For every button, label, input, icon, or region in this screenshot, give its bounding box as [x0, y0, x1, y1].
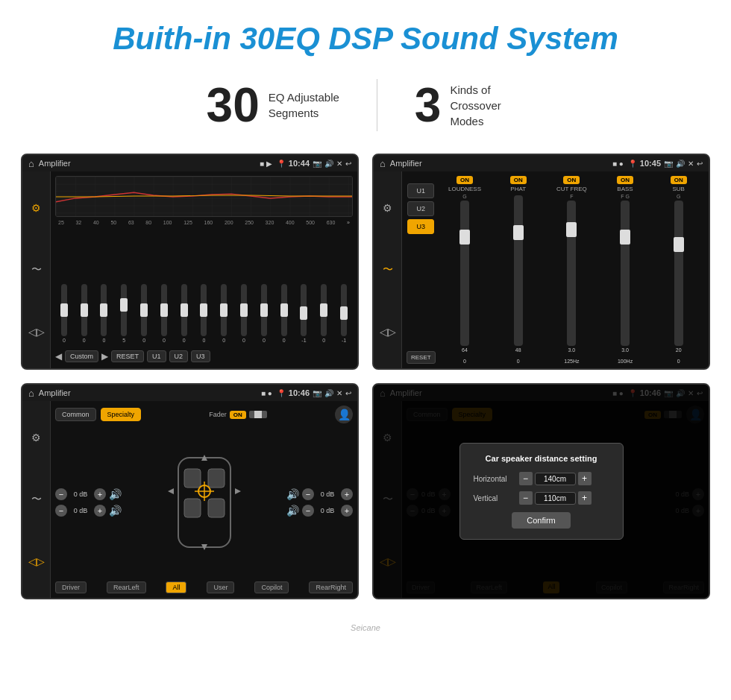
- u3-btn-1[interactable]: U3: [191, 350, 210, 362]
- slider-6[interactable]: 0: [155, 284, 173, 343]
- specialty-btn[interactable]: Specialty: [101, 408, 142, 421]
- reset-btn-2[interactable]: RESET: [407, 351, 436, 364]
- u1-btn-1[interactable]: U1: [147, 350, 166, 362]
- slider-7[interactable]: 0: [175, 284, 193, 343]
- vol-icon-2[interactable]: ◁▷: [375, 321, 401, 342]
- horizontal-label: Horizontal: [474, 475, 515, 483]
- vol-row-left-top: − 0 dB + 🔊: [55, 488, 122, 500]
- status-bar-1: ⌂ Amplifier ■ ▶ 📍 10:44 📷 🔊 ✕ ↩: [22, 155, 357, 171]
- vol-plus-rb[interactable]: +: [341, 505, 353, 517]
- vol-plus-rt[interactable]: +: [341, 488, 353, 500]
- slider-9[interactable]: 0: [215, 284, 233, 343]
- vol-plus-lb[interactable]: +: [94, 505, 106, 517]
- speaker-icon-lt: 🔊: [109, 488, 122, 500]
- slider-1[interactable]: 0: [55, 284, 73, 343]
- confirm-button[interactable]: Confirm: [512, 512, 571, 529]
- time-2: 10:45: [640, 159, 661, 168]
- wave-icon-3[interactable]: 〜: [27, 488, 46, 511]
- time-3: 10:46: [289, 388, 310, 397]
- rearleft-btn[interactable]: RearLeft: [107, 581, 146, 593]
- vertical-row: Vertical − +: [474, 491, 609, 505]
- eq-icon[interactable]: ⚙: [27, 198, 46, 218]
- cutfreq-slider[interactable]: [567, 201, 576, 346]
- sub-toggle[interactable]: ON: [671, 176, 687, 184]
- screen3-title: Amplifier: [39, 388, 257, 397]
- custom-btn[interactable]: Custom: [65, 350, 98, 362]
- phat-slider[interactable]: [514, 195, 523, 346]
- cutfreq-toggle[interactable]: ON: [563, 176, 580, 184]
- slider-10[interactable]: 0: [235, 284, 253, 343]
- slider-5[interactable]: 0: [135, 284, 153, 343]
- slider-2[interactable]: 0: [75, 284, 93, 343]
- sub-slider[interactable]: [674, 201, 683, 346]
- phat-toggle[interactable]: ON: [510, 176, 527, 184]
- screens-grid: ⌂ Amplifier ■ ▶ 📍 10:44 📷 🔊 ✕ ↩ ⚙ 〜 ◁▷: [0, 154, 731, 620]
- common-btn[interactable]: Common: [55, 408, 96, 421]
- svg-marker-13: [168, 488, 174, 494]
- volume-icon-2: 🔊: [676, 160, 685, 168]
- stats-row: 30 EQ AdjustableSegments 3 Kinds ofCross…: [0, 70, 731, 154]
- eq-icon-3[interactable]: ⚙: [27, 427, 46, 448]
- user-btn[interactable]: User: [207, 581, 234, 593]
- reset-btn-1[interactable]: RESET: [111, 350, 144, 362]
- camera-icon-1: 📷: [313, 160, 321, 168]
- fader-toggle[interactable]: ON: [230, 411, 246, 419]
- slider-15[interactable]: -1: [335, 284, 353, 343]
- horizontal-minus[interactable]: −: [519, 472, 533, 485]
- driver-btn[interactable]: Driver: [55, 581, 87, 593]
- vol-icon[interactable]: ◁▷: [24, 321, 49, 342]
- preset-u3[interactable]: U3: [407, 219, 434, 234]
- rearright-btn[interactable]: RearRight: [309, 581, 353, 593]
- copilot-btn[interactable]: Copilot: [254, 581, 289, 593]
- home-icon-1[interactable]: ⌂: [28, 158, 34, 169]
- vol-plus-lt[interactable]: +: [94, 488, 106, 500]
- ch-bass: ON BASS F G 3.0 100Hz: [600, 176, 651, 364]
- vertical-input[interactable]: [535, 492, 576, 505]
- all-btn[interactable]: All: [166, 581, 186, 593]
- bass-slider[interactable]: [621, 201, 630, 346]
- home-icon-2[interactable]: ⌂: [380, 158, 386, 169]
- fader-icon: [249, 411, 267, 418]
- car-area: [126, 426, 282, 578]
- preset-u1[interactable]: U1: [407, 183, 434, 198]
- slider-4[interactable]: 5: [115, 284, 133, 343]
- next-btn[interactable]: ▶: [101, 351, 108, 362]
- slider-8[interactable]: 0: [195, 284, 213, 343]
- vol-value-lt: 0 dB: [70, 491, 91, 498]
- wave-icon[interactable]: 〜: [27, 259, 46, 281]
- svg-rect-6: [184, 499, 201, 517]
- bass-toggle[interactable]: ON: [617, 176, 633, 184]
- sp-main: Common Specialty Fader ON 👤 −: [51, 401, 357, 598]
- slider-12[interactable]: 0: [275, 284, 293, 343]
- u2-btn-1[interactable]: U2: [169, 350, 189, 362]
- person-btn[interactable]: 👤: [335, 406, 353, 423]
- vertical-plus[interactable]: +: [578, 491, 592, 505]
- vol-minus-rt[interactable]: −: [302, 488, 314, 500]
- slider-11[interactable]: 0: [255, 284, 273, 343]
- speaker-icon-lb: 🔊: [109, 505, 122, 517]
- loudness-toggle[interactable]: ON: [457, 176, 473, 184]
- prev-btn[interactable]: ◀: [55, 351, 62, 362]
- eq-icon-2[interactable]: ⚙: [378, 198, 397, 218]
- sidebar-3: ⚙ 〜 ◁▷: [22, 401, 51, 598]
- slider-14[interactable]: 0: [315, 284, 333, 343]
- phat-label: PHAT: [510, 186, 526, 192]
- vol-minus-lt[interactable]: −: [55, 488, 67, 500]
- wave-icon-2[interactable]: 〜: [378, 259, 398, 281]
- vol-minus-rb[interactable]: −: [302, 505, 314, 517]
- left-vol: − 0 dB + 🔊 − 0 dB + 🔊: [55, 426, 122, 578]
- loudness-slider[interactable]: [460, 201, 469, 346]
- stat1-number: 30: [207, 78, 260, 133]
- home-icon-3[interactable]: ⌂: [28, 388, 34, 399]
- vol-minus-lb[interactable]: −: [55, 505, 67, 517]
- vol-value-rb: 0 dB: [317, 507, 338, 514]
- stat2-label: Kinds ofCrossover Modes: [450, 82, 524, 129]
- horizontal-input[interactable]: [535, 473, 576, 485]
- screen3-content: ⚙ 〜 ◁▷ Common Specialty Fader ON 👤: [22, 401, 357, 598]
- preset-u2[interactable]: U2: [407, 201, 434, 216]
- slider-13[interactable]: -1: [295, 284, 313, 343]
- slider-3[interactable]: 0: [95, 284, 113, 343]
- horizontal-plus[interactable]: +: [578, 472, 592, 485]
- vol-icon-3[interactable]: ◁▷: [24, 551, 49, 572]
- vertical-minus[interactable]: −: [519, 491, 533, 505]
